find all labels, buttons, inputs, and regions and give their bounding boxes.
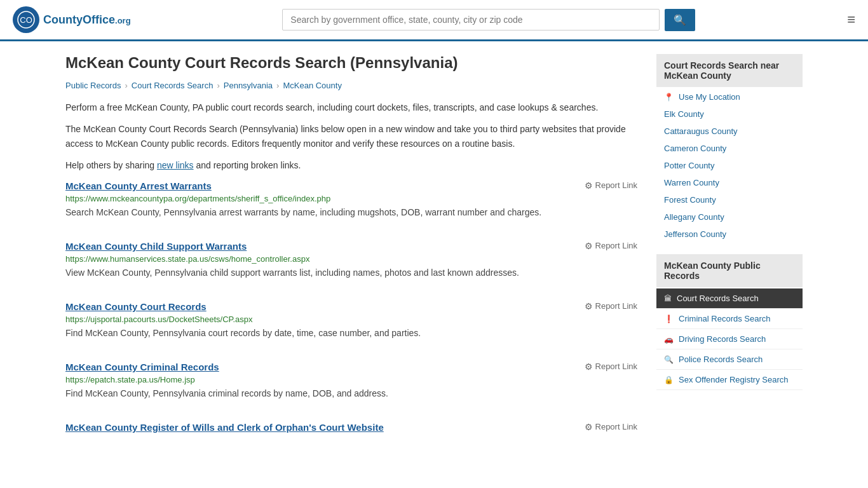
record-header: McKean County Court Records ⚙ Report Lin… [65,301,637,312]
nearby-list: 📍Use My LocationElk CountyCattaraugus Co… [656,88,803,243]
description-2: The McKean County Court Records Search (… [65,122,637,151]
nearby-link[interactable]: Use My Location [679,92,740,102]
nav-icon: 🚗 [664,335,674,344]
public-records-header: McKean County Public Records [656,254,803,287]
breadcrumb-pennsylvania[interactable]: Pennsylvania [224,81,273,90]
record-title[interactable]: McKean County Register of Wills and Cler… [65,422,384,433]
site-header: CO CountyOffice.org 🔍 ≡ [0,0,868,41]
nav-icon: ❗ [664,315,674,323]
main-container: McKean County Court Records Search (Penn… [53,41,815,470]
sidebar-nav-item[interactable]: ❗Criminal Records Search [656,309,803,329]
record-header: McKean County Child Support Warrants ⚙ R… [65,241,637,252]
sidebar-nav-item[interactable]: 🏛Court Records Search [656,288,803,309]
nav-list: 🏛Court Records Search❗Criminal Records S… [656,288,803,390]
nearby-list-item[interactable]: Potter County [656,157,803,174]
sidebar-nav-item[interactable]: 🔒Sex Offender Registry Search [656,370,803,390]
nearby-link[interactable]: Allegany County [664,212,724,222]
new-links-link[interactable]: new links [157,160,194,170]
breadcrumb-court-records[interactable]: Court Records Search [132,81,214,90]
record-item: McKean County Arrest Warrants ⚙ Report L… [65,180,637,226]
nav-link[interactable]: Sex Offender Registry Search [679,375,788,384]
record-item: McKean County Court Records ⚙ Report Lin… [65,301,637,346]
content-area: McKean County Court Records Search (Penn… [65,54,637,457]
report-icon: ⚙ [585,241,593,251]
nearby-list-item[interactable]: Elk County [656,105,803,123]
sidebar-nav-item[interactable]: 🔍Police Records Search [656,349,803,370]
location-icon: 📍 [664,93,674,102]
nearby-header: Court Records Search near McKean County [656,54,803,87]
breadcrumb: Public Records › Court Records Search › … [65,81,637,90]
nav-link[interactable]: Criminal Records Search [679,314,771,323]
report-link[interactable]: ⚙ Report Link [585,301,637,311]
nearby-list-item[interactable]: Warren County [656,174,803,191]
sidebar-nav-item[interactable]: 🚗Driving Records Search [656,329,803,349]
menu-button[interactable]: ≡ [847,11,855,28]
search-area: 🔍 [282,9,695,31]
logo-icon: CO [13,6,39,33]
nearby-list-item[interactable]: Forest County [656,191,803,208]
records-list: McKean County Arrest Warrants ⚙ Report L… [65,180,637,442]
report-link[interactable]: ⚙ Report Link [585,362,637,372]
search-input[interactable] [282,9,660,30]
record-description: Find McKean County, Pennsylvania court r… [65,327,637,340]
record-item: McKean County Criminal Records ⚙ Report … [65,362,637,407]
report-link[interactable]: ⚙ Report Link [585,422,637,432]
report-icon: ⚙ [585,180,593,191]
record-item: McKean County Register of Wills and Cler… [65,422,637,442]
report-icon: ⚙ [585,422,593,432]
record-url[interactable]: https://epatch.state.pa.us/Home.jsp [65,375,637,384]
nearby-link[interactable]: Cattaraugus County [664,126,738,136]
nearby-link[interactable]: Warren County [664,178,719,187]
record-item: McKean County Child Support Warrants ⚙ R… [65,241,637,286]
page-title: McKean County Court Records Search (Penn… [65,54,637,72]
description-3: Help others by sharing new links and rep… [65,158,637,172]
sidebar: Court Records Search near McKean County … [656,54,803,457]
record-title[interactable]: McKean County Child Support Warrants [65,241,247,252]
report-link[interactable]: ⚙ Report Link [585,180,637,191]
report-icon: ⚙ [585,301,593,311]
search-button[interactable]: 🔍 [665,9,695,31]
nav-link[interactable]: Court Records Search [677,294,759,303]
report-icon: ⚙ [585,362,593,372]
breadcrumb-mckean[interactable]: McKean County [283,81,342,90]
record-url[interactable]: https://www.mckeancountypa.org/departmen… [65,194,637,203]
nav-link[interactable]: Driving Records Search [679,334,766,344]
record-title[interactable]: McKean County Criminal Records [65,362,219,372]
nearby-list-item[interactable]: Jefferson County [656,226,803,243]
record-header: McKean County Register of Wills and Cler… [65,422,637,433]
nav-link[interactable]: Police Records Search [679,355,763,364]
description-1: Perform a free McKean County, PA public … [65,100,637,114]
breadcrumb-public-records[interactable]: Public Records [65,81,121,90]
record-url[interactable]: https://www.humanservices.state.pa.us/cs… [65,254,637,264]
record-header: McKean County Arrest Warrants ⚙ Report L… [65,180,637,191]
logo-text: CountyOffice.org [43,13,131,27]
nav-icon: 🔍 [664,355,674,364]
report-link[interactable]: ⚙ Report Link [585,241,637,251]
record-url[interactable]: https://ujsportal.pacourts.us/DocketShee… [65,315,637,324]
breadcrumb-sep3: › [276,81,279,90]
logo-area: CO CountyOffice.org [13,6,131,33]
record-title[interactable]: McKean County Court Records [65,301,207,312]
record-header: McKean County Criminal Records ⚙ Report … [65,362,637,372]
nearby-list-item[interactable]: Allegany County [656,208,803,226]
nearby-list-item[interactable]: Cattaraugus County [656,123,803,140]
nearby-list-item[interactable]: 📍Use My Location [656,88,803,105]
nearby-link[interactable]: Jefferson County [664,229,726,239]
record-description: Find McKean County, Pennsylvania crimina… [65,387,637,400]
nav-icon: 🏛 [664,294,672,303]
nearby-link[interactable]: Potter County [664,161,715,170]
svg-text:CO: CO [20,15,32,25]
nearby-link[interactable]: Cameron County [664,144,726,153]
breadcrumb-sep1: › [125,81,127,90]
record-description: View McKean County, Pennsylvania child s… [65,266,637,280]
nearby-link[interactable]: Elk County [664,109,704,119]
nearby-link[interactable]: Forest County [664,195,716,205]
record-title[interactable]: McKean County Arrest Warrants [65,180,212,191]
record-description: Search McKean County, Pennsylvania arres… [65,206,637,219]
nearby-list-item[interactable]: Cameron County [656,140,803,157]
nav-icon: 🔒 [664,376,674,384]
breadcrumb-sep2: › [217,81,219,90]
